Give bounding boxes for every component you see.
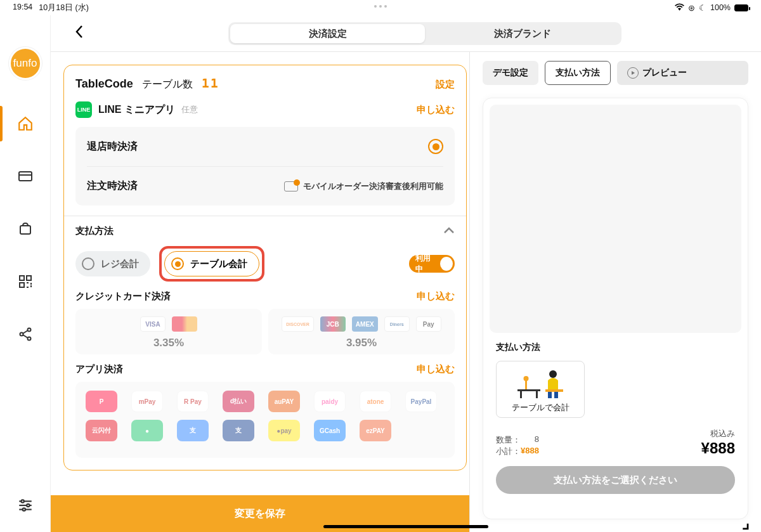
qty-value: 8 xyxy=(535,434,539,446)
unionpay-icon: 云闪付 xyxy=(86,420,117,441)
back-button[interactable] xyxy=(70,22,89,45)
battery-icon xyxy=(734,4,748,11)
qty-label: 数量： xyxy=(496,434,521,446)
wifi-icon xyxy=(675,3,684,13)
option-exit-payment[interactable]: 退店時決済 xyxy=(87,127,443,166)
brand-logo[interactable]: funfo xyxy=(9,47,42,80)
credit-brand-grid: VISA 3.35% DISCOVER JCB AMEX xyxy=(75,309,455,354)
play-icon xyxy=(627,67,639,79)
radio-off-icon xyxy=(82,257,94,270)
card-check-icon xyxy=(284,181,298,191)
pay-method-button[interactable]: 支払い方法 xyxy=(545,61,611,85)
sidebar: funfo xyxy=(0,15,51,532)
svg-rect-19 xyxy=(536,391,538,398)
status-date: 10月18日 (水) xyxy=(39,3,89,13)
tab-payment-brand[interactable]: 決済ブランド xyxy=(425,24,620,43)
table-count-label: テーブル数 xyxy=(142,78,193,91)
battery-percent: 100% xyxy=(710,3,731,12)
nav-home-icon[interactable] xyxy=(16,115,34,133)
merpay-icon: mPay xyxy=(131,391,163,412)
diners-icon: Diners xyxy=(384,316,410,332)
preview-button[interactable]: プレビュー xyxy=(617,61,748,85)
header: 決済設定 決済ブランド xyxy=(51,15,761,52)
svg-point-15 xyxy=(27,504,29,507)
line-label: LINE ミニアプリ xyxy=(98,103,175,117)
preview-card: 支払い方法 xyxy=(483,98,748,519)
svg-rect-4 xyxy=(27,276,31,280)
preview-option-label: テーブルで会計 xyxy=(512,402,569,413)
grabber-icon[interactable] xyxy=(374,5,387,8)
subtotal-value: ¥888 xyxy=(521,446,539,457)
svg-rect-25 xyxy=(545,389,563,392)
nav-card-icon[interactable] xyxy=(16,167,34,185)
preview-select-button[interactable]: 支払い方法をご選択ください xyxy=(496,466,735,494)
line-note: 任意 xyxy=(181,104,198,115)
tablecode-card: TableCode テーブル数 11 設定 LINE LINE ミニアプリ 任意 xyxy=(63,65,467,470)
settings-link[interactable]: 設定 xyxy=(436,79,455,91)
discover-icon: DISCOVER xyxy=(282,316,314,332)
apple-pay-icon: Pay xyxy=(416,316,441,332)
ezpay-icon: ezPAY xyxy=(360,420,391,441)
dbarai-icon: d払い xyxy=(223,391,254,412)
radio-on-icon xyxy=(428,139,443,154)
kakaopay-icon: ●pay xyxy=(268,420,300,441)
svg-line-10 xyxy=(23,335,28,338)
nav-share-icon[interactable] xyxy=(16,325,34,343)
resize-handle-icon[interactable]: ⌟ xyxy=(742,513,760,531)
preview-placeholder-image xyxy=(490,105,741,333)
nav-qr-icon[interactable] xyxy=(16,273,34,290)
wechatpay-icon: ● xyxy=(131,420,163,441)
rate-1: 3.35% xyxy=(153,337,184,349)
paypal-icon: PayPal xyxy=(405,391,437,412)
rate-2: 3.95% xyxy=(346,337,377,349)
demo-settings-button[interactable]: デモ設定 xyxy=(483,61,538,85)
app-pay-apply-link[interactable]: 申し込む xyxy=(417,363,455,375)
chevron-up-icon[interactable] xyxy=(443,226,455,237)
tab-segmented-control: 決済設定 決済ブランド xyxy=(228,22,621,45)
pill-register-payment[interactable]: レジ会計 xyxy=(75,251,150,276)
table-illustration-icon xyxy=(502,365,579,399)
line-apply-link[interactable]: 申し込む xyxy=(417,104,455,116)
subtotal-label: 小計： xyxy=(496,446,521,457)
preview-title: 支払い方法 xyxy=(496,342,735,353)
svg-point-16 xyxy=(22,508,25,510)
nav-bag-icon[interactable] xyxy=(16,220,34,238)
tax-label: 税込み xyxy=(701,428,735,439)
credit-apply-link[interactable]: 申し込む xyxy=(417,290,455,302)
alipay-icon: 支 xyxy=(177,420,209,441)
in-use-toggle[interactable]: 利用中 xyxy=(409,255,455,273)
visa-icon: VISA xyxy=(140,316,166,332)
svg-rect-20 xyxy=(525,380,527,389)
orientation-lock-icon: ⊛ xyxy=(688,3,695,13)
paypay-icon: P xyxy=(86,391,117,412)
atone-icon: atone xyxy=(360,391,391,412)
credit-title: クレジットカード決済 xyxy=(75,290,171,302)
svg-rect-2 xyxy=(20,226,30,234)
mastercard-icon xyxy=(172,316,197,332)
app-pay-title: アプリ決済 xyxy=(75,363,123,375)
option-order-payment[interactable]: 注文時決済 モバイルオーダー決済審査後利用可能 xyxy=(87,166,443,205)
jcb-icon: JCB xyxy=(320,316,346,332)
tab-payment-settings[interactable]: 決済設定 xyxy=(230,24,425,43)
aupay-icon: auPAY xyxy=(268,391,300,412)
app-pay-grid: P mPay R Pay d払い auPAY paidy atone PayPa… xyxy=(75,382,455,458)
svg-line-9 xyxy=(23,330,28,334)
home-indicator[interactable] xyxy=(323,525,488,528)
alipayplus-icon: 支 xyxy=(223,420,254,441)
svg-rect-3 xyxy=(20,276,24,280)
dnd-icon: ☾ xyxy=(699,3,706,13)
card-title: TableCode xyxy=(75,77,133,91)
paidy-icon: paidy xyxy=(314,391,346,412)
radio-on-icon xyxy=(171,257,184,270)
status-time: 19:54 xyxy=(13,3,32,13)
line-icon: LINE xyxy=(75,101,92,118)
rpay-icon: R Pay xyxy=(177,391,209,412)
svg-rect-5 xyxy=(20,283,24,287)
svg-point-14 xyxy=(21,500,23,502)
nav-settings-icon[interactable] xyxy=(16,496,34,514)
pill-table-payment[interactable]: テーブル会計 xyxy=(164,251,259,276)
status-bar: 19:54 10月18日 (水) ⊛ ☾ 100% xyxy=(0,0,761,15)
pay-method-title: 支払方法 xyxy=(75,225,114,237)
preview-option-table[interactable]: テーブルで会計 xyxy=(496,361,585,418)
svg-point-21 xyxy=(524,376,529,381)
